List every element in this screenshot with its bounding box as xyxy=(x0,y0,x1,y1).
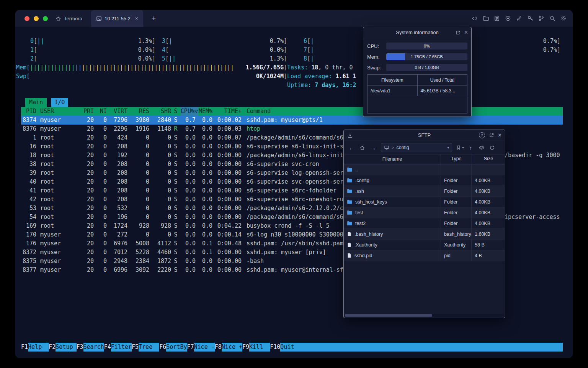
file-row[interactable]: test2Folder4.00KB xyxy=(344,218,505,229)
file-row[interactable]: testFolder4.00KB xyxy=(344,207,505,218)
fn-key-f6[interactable]: F6 xyxy=(159,343,166,352)
show-hidden-button[interactable] xyxy=(477,143,486,152)
sftp-titlebar: SFTP ? × xyxy=(344,130,505,141)
downloads-icon[interactable] xyxy=(347,130,353,141)
htop-tab-main[interactable]: Main xyxy=(25,98,47,107)
file-table-header: Filename Type Size xyxy=(344,154,505,164)
fn-label-f3[interactable]: Search xyxy=(83,343,104,352)
open-in-window-icon[interactable] xyxy=(455,30,461,35)
bookmark-button[interactable]: ▾ xyxy=(455,143,465,152)
close-panel-icon[interactable]: × xyxy=(464,30,468,36)
computer-icon xyxy=(384,145,389,150)
mem-value: 1.75GB / 7.65GB xyxy=(386,53,467,60)
pen-icon[interactable] xyxy=(515,15,523,23)
size-column-header[interactable]: Size xyxy=(472,154,505,164)
sysinfo-body: CPU: 0% Mem: 1.75GB / 7.65GB Swap: 0 B /… xyxy=(363,38,471,113)
new-tab-button[interactable]: + xyxy=(152,10,156,27)
file-row[interactable]: sshd.pidpid4 B xyxy=(344,250,505,261)
session-tab-label: 10.211.55.2 xyxy=(105,16,131,21)
fn-label-f2[interactable]: Setup xyxy=(56,343,76,352)
fn-label-f5[interactable]: Tree xyxy=(139,343,159,352)
search-icon[interactable] xyxy=(548,15,556,23)
terminal-icon xyxy=(96,16,102,21)
home-button[interactable] xyxy=(358,143,367,152)
sysinfo-titlebar: System information × xyxy=(363,27,471,38)
fn-label-f1[interactable]: Help xyxy=(28,343,49,352)
titlebar-toolbar xyxy=(470,10,567,27)
uptime-line: Uptime: 7 days, 16:2 xyxy=(287,81,356,90)
file-row[interactable]: .sshFolder4.00KB xyxy=(344,186,505,197)
log-icon[interactable] xyxy=(493,15,501,23)
record-icon[interactable] xyxy=(504,15,512,23)
fn-key-f4[interactable]: F4 xyxy=(104,343,111,352)
code-icon[interactable] xyxy=(470,15,479,23)
parent-directory-button[interactable]: ↑ xyxy=(466,143,475,152)
open-in-window-icon[interactable] xyxy=(489,133,494,138)
fn-label-f7[interactable]: Nice - xyxy=(194,343,215,352)
fn-key-f8[interactable]: F8 xyxy=(215,343,222,352)
fn-label-f8[interactable]: Nice + xyxy=(222,343,242,352)
tab-session[interactable]: 10.211.55.2 × xyxy=(91,10,143,27)
htop-tab-i-o[interactable]: I/O xyxy=(51,98,68,107)
fn-label-f9[interactable]: Kill xyxy=(249,343,270,352)
close-window-button[interactable] xyxy=(24,16,29,21)
horizontal-scrollbar[interactable] xyxy=(345,314,504,317)
file-row[interactable]: .XauthorityXauthority58 B xyxy=(344,240,505,250)
tasks-line: Tasks: 18, 0 thr, 0 xyxy=(287,63,356,72)
fn-label-f6[interactable]: SortBy xyxy=(166,343,187,352)
file-row[interactable]: ssh_host_keysFolder4.00KB xyxy=(344,197,505,207)
fn-key-f7[interactable]: F7 xyxy=(187,343,194,352)
path-dropdown[interactable]: > config ▾ xyxy=(381,143,452,152)
file-row[interactable]: .configFolder4.00KB xyxy=(344,175,505,186)
filesystem-column-header: Filesystem xyxy=(368,75,417,85)
fn-label-f4[interactable]: Filter xyxy=(111,343,132,352)
titlebar: Termora 10.211.55.2 × + xyxy=(15,10,573,27)
fn-key-f3[interactable]: F3 xyxy=(77,343,83,352)
file-rows: ...configFolder4.00KB.sshFolder4.00KBssh… xyxy=(344,164,505,261)
file-icon xyxy=(347,242,352,247)
file-icon xyxy=(347,253,352,258)
fn-label-f10[interactable]: Quit xyxy=(280,343,301,352)
fn-key-f1[interactable]: F1 xyxy=(21,343,28,352)
file-row[interactable]: .bash_historybash_history1.60KB xyxy=(344,229,505,240)
tab-home[interactable]: Termora xyxy=(56,10,82,27)
sftp-toolbar: ← → > config ▾ ▾ ↑ xyxy=(344,141,505,154)
key-icon[interactable] xyxy=(526,15,534,23)
help-icon[interactable]: ? xyxy=(479,132,485,138)
cpu-meter-2: 2[0.0%] xyxy=(27,54,155,63)
folder-icon xyxy=(347,220,353,226)
file-row[interactable]: .. xyxy=(344,164,505,175)
git-branch-icon[interactable] xyxy=(537,15,545,23)
scrollbar-thumb[interactable] xyxy=(345,314,432,317)
fn-key-f9[interactable]: F9 xyxy=(242,343,249,352)
zoom-window-button[interactable] xyxy=(43,16,48,21)
folder-icon xyxy=(347,199,353,205)
process-row[interactable]: 8374myuser200729639802840S0.70.00:00.02s… xyxy=(21,116,563,125)
type-column-header[interactable]: Type xyxy=(441,154,472,164)
cpu-usage-bar: 0% xyxy=(386,43,467,49)
filesystem-name: /dev/vda1 xyxy=(368,85,417,96)
memory-meter: Mem[||||||||||||||||||||||||||||||||||||… xyxy=(16,63,287,72)
settings-icon[interactable] xyxy=(559,15,567,23)
filesystem-row[interactable]: /dev/vda1 45.61GB / 58.3... xyxy=(368,85,467,96)
filename-column-header[interactable]: Filename xyxy=(344,156,441,162)
cpu-meter-0: 0[||1.3%] xyxy=(27,37,155,46)
sysinfo-title: System information xyxy=(396,27,438,38)
folder-icon xyxy=(347,188,353,194)
minimize-window-button[interactable] xyxy=(34,16,39,21)
file-table: Filename Type Size ...configFolder4.00KB… xyxy=(344,154,505,313)
mem-label: Mem: xyxy=(367,54,386,60)
close-tab-icon[interactable]: × xyxy=(135,16,138,21)
fn-key-f2[interactable]: F2 xyxy=(49,343,56,352)
close-panel-icon[interactable]: × xyxy=(498,132,501,138)
folder-icon[interactable] xyxy=(482,15,490,23)
forward-button[interactable]: → xyxy=(368,143,378,152)
refresh-button[interactable] xyxy=(487,143,497,152)
cpu-meter-4: 4[0.0%] xyxy=(158,46,287,54)
process-table-header[interactable]: PIDUSERPRINIVIRTRESSHRSCPU%▽MEM%TIME+Com… xyxy=(21,107,563,116)
fn-key-f10[interactable]: F10 xyxy=(270,343,280,352)
folder-icon xyxy=(347,210,353,215)
cpu-meter-3: 3[|0.7%] xyxy=(158,37,287,46)
back-button[interactable]: ← xyxy=(347,143,356,152)
fn-key-f5[interactable]: F5 xyxy=(132,343,139,352)
